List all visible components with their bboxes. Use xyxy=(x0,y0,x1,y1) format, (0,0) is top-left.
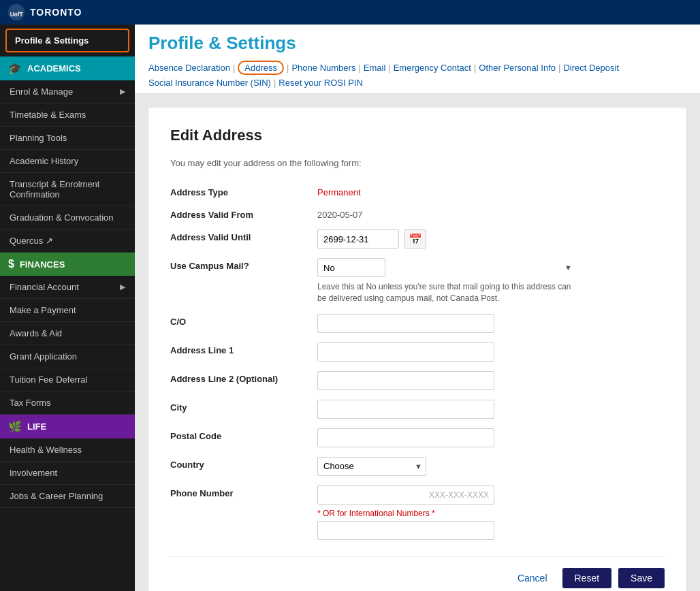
address-type-value: Permanent xyxy=(317,185,361,197)
campus-mail-note: Leave this at No unless you're sure that… xyxy=(317,281,576,304)
co-row: C/O xyxy=(170,314,665,333)
svg-text:UofT: UofT xyxy=(10,11,24,18)
calendar-button[interactable]: 📅 xyxy=(404,229,426,249)
sidebar-item-involvement[interactable]: Involvement xyxy=(0,462,135,485)
city-label: City xyxy=(170,400,306,413)
arrow-icon: ▶ xyxy=(120,283,125,291)
nav-phone-numbers[interactable]: Phone Numbers xyxy=(291,63,355,73)
form-note: You may edit your address on the followi… xyxy=(170,158,665,168)
finances-section-header: $ FINANCES xyxy=(0,253,135,276)
nav-sin[interactable]: Social Insurance Number (SIN) xyxy=(148,78,271,88)
page-title: Profile & Settings xyxy=(148,33,686,54)
top-bar: UofT TORONTO xyxy=(0,0,700,25)
campus-mail-select-wrapper: No Yes ▼ xyxy=(317,258,576,277)
nav-emergency-contact[interactable]: Emergency Contact xyxy=(394,63,471,73)
sidebar-item-awards-aid[interactable]: Awards & Aid xyxy=(0,322,135,345)
sidebar-item-timetable[interactable]: Timetable & Exams xyxy=(0,103,135,127)
select-arrow-icon: ▼ xyxy=(564,263,572,272)
address-valid-until-input[interactable] xyxy=(317,229,399,249)
country-select-wrapper: Choose Canada United States Other ▼ xyxy=(317,457,426,476)
reset-button[interactable]: Reset xyxy=(562,568,612,588)
nav-direct-deposit[interactable]: Direct Deposit xyxy=(563,63,619,73)
country-label: Country xyxy=(170,457,306,470)
dollar-icon: $ xyxy=(8,258,14,270)
address-type-row: Address Type Permanent xyxy=(170,185,665,197)
address-line2-label: Address Line 2 (Optional) xyxy=(170,371,306,384)
campus-mail-label: Use Campus Mail? xyxy=(170,258,306,271)
content-area: Profile & Settings Absence Declaration |… xyxy=(135,25,700,591)
nav-absence-declaration[interactable]: Absence Declaration xyxy=(148,63,230,73)
address-valid-from-label: Address Valid From xyxy=(170,207,306,220)
content-body: Edit Address You may edit your address o… xyxy=(135,94,700,591)
nav-address[interactable]: Address xyxy=(238,61,284,75)
co-input[interactable] xyxy=(317,314,494,333)
country-row: Country Choose Canada United States Othe… xyxy=(170,457,665,476)
logo-text: TORONTO xyxy=(30,7,82,18)
phone-input-international[interactable] xyxy=(317,521,494,540)
form-actions: Cancel Reset Save xyxy=(170,556,665,588)
form-title: Edit Address xyxy=(170,127,665,144)
phone-or-note: * OR for International Numbers * xyxy=(317,509,494,518)
nav-rosi-pin[interactable]: Reset your ROSI PIN xyxy=(279,78,363,88)
profile-settings-item[interactable]: Profile & Settings xyxy=(5,29,129,52)
address-valid-from-row: Address Valid From 2020-05-07 xyxy=(170,207,665,220)
sidebar-item-enrol-manage[interactable]: Enrol & Manage ▶ xyxy=(0,80,135,103)
country-select[interactable]: Choose Canada United States Other xyxy=(317,457,426,476)
address-line1-label: Address Line 1 xyxy=(170,342,306,355)
address-valid-from-value: 2020-05-07 xyxy=(317,207,363,220)
campus-mail-select[interactable]: No Yes xyxy=(317,258,385,277)
phone-number-row: Phone Number XXX-XXX-XXXX * OR for Inter… xyxy=(170,485,665,540)
nav-email[interactable]: Email xyxy=(364,63,386,73)
address-valid-until-row: Address Valid Until 📅 xyxy=(170,229,665,249)
arrow-icon: ▶ xyxy=(120,87,125,96)
city-row: City xyxy=(170,400,665,419)
phone-group: XXX-XXX-XXXX * OR for International Numb… xyxy=(317,485,494,540)
sidebar-item-make-payment[interactable]: Make a Payment xyxy=(0,299,135,322)
logo: UofT TORONTO xyxy=(7,3,82,22)
phone-input-wrapper: XXX-XXX-XXXX xyxy=(317,485,494,505)
save-button[interactable]: Save xyxy=(618,568,665,588)
address-line1-row: Address Line 1 xyxy=(170,342,665,362)
address-line2-input[interactable] xyxy=(317,371,494,390)
leaf-icon: 🌿 xyxy=(8,420,22,433)
cancel-button[interactable]: Cancel xyxy=(509,568,556,588)
city-input[interactable] xyxy=(317,400,494,419)
graduation-cap-icon: 🎓 xyxy=(8,62,22,75)
phone-number-label: Phone Number xyxy=(170,485,306,498)
finances-label: FINANCES xyxy=(20,259,65,270)
sidebar-item-jobs[interactable]: Jobs & Career Planning xyxy=(0,485,135,508)
co-label: C/O xyxy=(170,314,306,327)
sidebar-item-academic-history[interactable]: Academic History xyxy=(0,150,135,173)
sidebar-item-planning[interactable]: Planning Tools xyxy=(0,127,135,150)
address-line1-input[interactable] xyxy=(317,342,494,362)
sidebar-item-grant-application[interactable]: Grant Application xyxy=(0,345,135,368)
address-valid-until-label: Address Valid Until xyxy=(170,229,306,242)
nav-other-personal-info[interactable]: Other Personal Info xyxy=(479,63,556,73)
postal-code-input[interactable] xyxy=(317,428,494,447)
sidebar-item-quercus[interactable]: Quercus ↗ xyxy=(0,229,135,253)
academics-label: ACADEMICS xyxy=(27,63,81,74)
sidebar: Profile & Settings 🎓 ACADEMICS Enrol & M… xyxy=(0,25,135,591)
address-type-label: Address Type xyxy=(170,185,306,197)
postal-code-row: Postal Code xyxy=(170,428,665,447)
phone-placeholder-text: XXX-XXX-XXXX xyxy=(429,490,489,500)
sidebar-item-tuition-deferral[interactable]: Tuition Fee Deferral xyxy=(0,368,135,392)
content-header: Profile & Settings Absence Declaration |… xyxy=(135,25,700,94)
life-section-header: 🌿 LIFE xyxy=(0,415,135,438)
postal-code-label: Postal Code xyxy=(170,428,306,441)
sidebar-item-graduation[interactable]: Graduation & Convocation xyxy=(0,206,135,229)
campus-mail-row: Use Campus Mail? No Yes ▼ Leave this at … xyxy=(170,258,665,304)
life-label: LIFE xyxy=(27,421,46,432)
campus-mail-right: No Yes ▼ Leave this at No unless you're … xyxy=(317,258,576,304)
address-valid-until-input-group: 📅 xyxy=(317,229,426,249)
edit-address-form: Edit Address You may edit your address o… xyxy=(148,108,686,591)
address-line2-row: Address Line 2 (Optional) xyxy=(170,371,665,390)
sidebar-item-financial-account[interactable]: Financial Account ▶ xyxy=(0,276,135,299)
sidebar-item-health[interactable]: Health & Wellness xyxy=(0,438,135,462)
sidebar-item-tax-forms[interactable]: Tax Forms xyxy=(0,392,135,415)
sidebar-item-transcript[interactable]: Transcript & Enrolment Confirmation xyxy=(0,173,135,206)
nav-links: Absence Declaration | Address | Phone Nu… xyxy=(148,61,686,93)
academics-section-header: 🎓 ACADEMICS xyxy=(0,57,135,80)
